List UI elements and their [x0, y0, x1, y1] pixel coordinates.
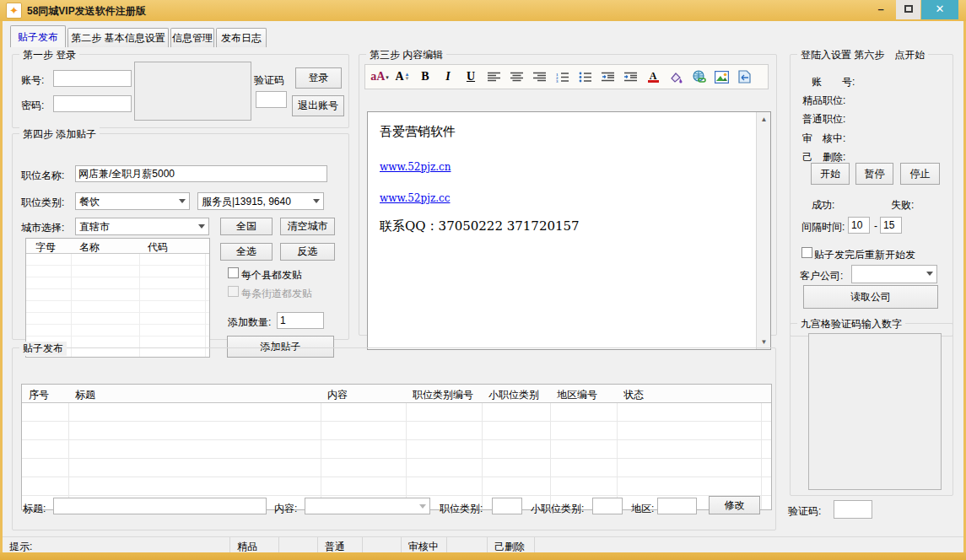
- font-family-icon[interactable]: aA▾: [370, 67, 390, 87]
- county-checkbox[interactable]: [228, 267, 239, 278]
- city-col-letter: 字母: [35, 240, 56, 255]
- indent-icon[interactable]: [620, 67, 640, 87]
- captcha-code-label: 验证码:: [788, 504, 821, 519]
- status-bar: 提示: 精品 普通 审核中 己删除: [3, 536, 963, 552]
- invert-selection-button-label: 反选: [298, 245, 318, 259]
- captcha-code-input[interactable]: [834, 500, 872, 519]
- tab-publish-log[interactable]: 发布日志: [216, 28, 267, 47]
- clear-cities-button[interactable]: 清空城市: [280, 218, 335, 235]
- underline-icon[interactable]: U: [461, 67, 481, 87]
- company-combobox[interactable]: [851, 265, 937, 283]
- start-button[interactable]: 开始: [811, 163, 850, 185]
- maximize-button[interactable]: [896, 0, 920, 19]
- select-all-button-label: 全选: [236, 245, 256, 259]
- captcha-image-box[interactable]: [134, 62, 251, 121]
- html-source-icon[interactable]: [734, 67, 754, 87]
- image-icon[interactable]: [711, 67, 731, 87]
- ordered-list-icon[interactable]: 123: [552, 67, 572, 87]
- post-table-group-title: 贴子发布: [19, 342, 67, 356]
- city-combobox[interactable]: 直辖市: [75, 218, 209, 235]
- subcategory-value: 服务员|13915, 9640: [202, 195, 308, 209]
- stop-button[interactable]: 停止: [900, 163, 940, 185]
- editor-link-2[interactable]: www.52pjz.cc: [380, 192, 450, 204]
- tab-basic-info[interactable]: 第二步 基本信息设置: [67, 28, 169, 47]
- edit-content-label: 内容:: [274, 502, 297, 516]
- italic-glyph: I: [445, 70, 450, 83]
- captcha-label: 验证码: [254, 73, 284, 88]
- street-checkbox-label: 每条街道都发贴: [241, 287, 312, 301]
- tab-post-publish[interactable]: 贴子发布: [10, 25, 66, 47]
- close-button[interactable]: ✕: [921, 0, 958, 19]
- modify-button[interactable]: 修改: [709, 496, 760, 514]
- edit-region-input[interactable]: [657, 498, 697, 514]
- city-col-code: 代码: [148, 240, 168, 255]
- logout-button[interactable]: 退出账号: [292, 95, 344, 116]
- login-button[interactable]: 登录: [295, 67, 342, 89]
- status-deleted: 己删除: [488, 537, 535, 552]
- pause-button[interactable]: 暂停: [855, 163, 893, 185]
- app-window: ✦ 58同城VIP发送软件注册版 – ✕ 贴子发布 第二步 基本信息设置 信息管…: [0, 0, 966, 560]
- interval-from-input[interactable]: [848, 217, 870, 234]
- tab-label: 发布日志: [221, 32, 262, 44]
- repeat-checkbox[interactable]: [801, 247, 812, 258]
- editor-scrollbar[interactable]: ▲ ▼: [756, 112, 770, 349]
- account-input[interactable]: [53, 70, 132, 87]
- tab-label: 信息管理: [172, 32, 213, 44]
- align-right-icon[interactable]: [529, 67, 549, 87]
- editor-contact-line: 联系QQ：37050222 371720157: [380, 218, 756, 234]
- content-editor[interactable]: 吾爱营销软件 www.52pjz.cn www.52pjz.cc 联系QQ：37…: [367, 111, 771, 350]
- edit-content-combobox[interactable]: [305, 498, 430, 514]
- password-input[interactable]: [53, 95, 132, 112]
- bold-icon[interactable]: B: [415, 67, 435, 87]
- status-review-label: 审核中: [408, 541, 439, 552]
- nationwide-button[interactable]: 全国: [220, 218, 273, 235]
- post-table[interactable]: 序号 标题 内容 职位类别编号 小职位类别 地区编号 状态: [21, 384, 772, 510]
- editor-link-1[interactable]: www.52pjz.cn: [380, 161, 451, 173]
- stat-premium-label: 精品职位:: [802, 94, 845, 108]
- font-color-icon[interactable]: A: [643, 67, 663, 87]
- select-all-button[interactable]: 全选: [220, 243, 273, 261]
- edit-category-input[interactable]: [492, 498, 522, 514]
- align-center-icon[interactable]: [506, 67, 526, 87]
- close-icon: ✕: [936, 3, 945, 15]
- hyperlink-icon[interactable]: [688, 67, 709, 87]
- status-hint-label: 提示:: [9, 541, 32, 552]
- minimize-button[interactable]: –: [867, 0, 894, 19]
- edit-category-label: 职位类别:: [440, 502, 483, 516]
- scroll-up-icon[interactable]: ▲: [757, 112, 771, 127]
- editor-content: 吾爱营销软件 www.52pjz.cn www.52pjz.cc 联系QQ：37…: [368, 112, 756, 349]
- outdent-icon[interactable]: [597, 67, 618, 87]
- control-panel-group: 登陆入设置 第六步 点开始 账 号: 精品职位: 普通职位: 审 核中: 己 删…: [790, 54, 953, 337]
- align-left-icon[interactable]: [483, 67, 504, 87]
- unordered-list-icon[interactable]: [575, 67, 595, 87]
- stop-button-label: 停止: [910, 167, 931, 181]
- font-size-glyph: A: [395, 70, 403, 83]
- col-subcategory: 小职位类别: [488, 388, 539, 402]
- italic-icon[interactable]: I: [438, 67, 458, 87]
- tab-info-manage[interactable]: 信息管理: [170, 28, 214, 47]
- interval-to-input[interactable]: [880, 217, 902, 234]
- read-company-button[interactable]: 读取公司: [803, 285, 938, 309]
- edit-title-input[interactable]: [53, 498, 267, 514]
- nationwide-button-label: 全国: [236, 219, 256, 234]
- account-label: 账号:: [21, 73, 44, 88]
- quantity-input[interactable]: [277, 312, 324, 329]
- city-table[interactable]: 字母 名称 代码: [25, 238, 210, 358]
- edit-subcategory-input[interactable]: [592, 498, 623, 514]
- status-review: 审核中: [402, 537, 447, 552]
- window-bottom-border: [0, 552, 966, 560]
- font-size-icon[interactable]: A▲▼: [392, 67, 413, 87]
- street-checkbox: [228, 286, 239, 297]
- captcha-grid-box[interactable]: [808, 333, 942, 490]
- category-combobox[interactable]: 餐饮: [75, 192, 190, 210]
- fill-color-icon[interactable]: [666, 67, 686, 87]
- chevron-down-icon: [926, 272, 933, 276]
- position-name-input[interactable]: [75, 165, 327, 182]
- post-table-header: 序号 标题 内容 职位类别编号 小职位类别 地区编号 状态: [22, 385, 771, 403]
- editor-toolbar: aA▾ A▲▼ B I U 123 A: [364, 64, 769, 89]
- star-icon: ✦: [9, 4, 19, 17]
- subcategory-combobox[interactable]: 服务员|13915, 9640: [197, 192, 324, 210]
- invert-selection-button[interactable]: 反选: [280, 243, 335, 261]
- login-group: 第一步 登录 账号: 密码: 验证码 登录 退出账号: [12, 54, 349, 128]
- captcha-input[interactable]: [256, 91, 287, 108]
